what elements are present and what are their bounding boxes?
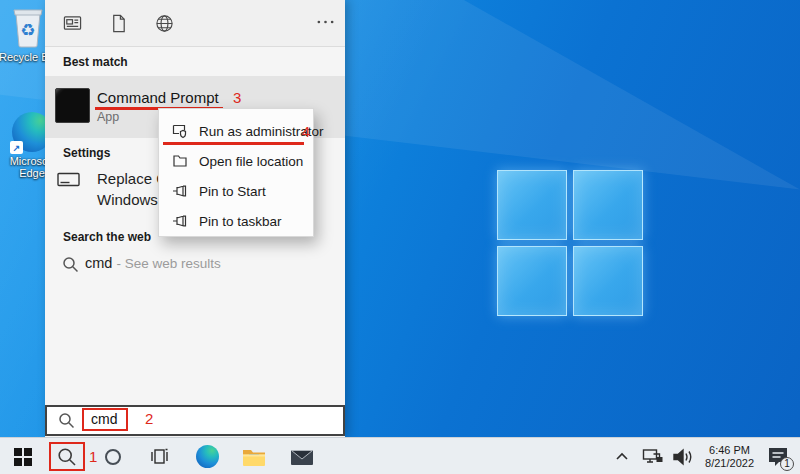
context-menu: Run as administrator 4 Open file locatio… bbox=[158, 108, 314, 237]
best-match-subtitle: App bbox=[97, 110, 119, 124]
pin-icon bbox=[172, 213, 188, 229]
annotation-step-1: 1 bbox=[89, 448, 97, 465]
web-search-query: cmd bbox=[85, 255, 112, 271]
search-input-value: cmd bbox=[82, 408, 128, 431]
windows-logo-pane bbox=[497, 170, 567, 240]
command-prompt-icon bbox=[55, 88, 90, 123]
clock-date: 8/21/2022 bbox=[705, 457, 754, 470]
annotation-step-3: 3 bbox=[233, 89, 241, 106]
start-button[interactable] bbox=[8, 438, 38, 474]
system-tray: 6:46 PM 8/21/2022 1 bbox=[607, 438, 800, 474]
wallpaper-windows-logo bbox=[497, 170, 643, 316]
menu-item-pin-to-taskbar[interactable]: Pin to taskbar bbox=[159, 206, 313, 236]
search-input[interactable]: cmd 2 bbox=[45, 405, 345, 436]
best-match-title: Command Prompt bbox=[97, 89, 219, 106]
annotation-step-4: 4 bbox=[302, 123, 310, 140]
web-tab-icon[interactable] bbox=[155, 14, 174, 33]
svg-text:♻: ♻ bbox=[20, 21, 35, 40]
file-explorer-icon bbox=[242, 447, 266, 467]
chevron-up-icon[interactable] bbox=[612, 447, 632, 467]
mail-button[interactable] bbox=[286, 438, 318, 474]
apps-tab-icon[interactable] bbox=[63, 14, 82, 33]
best-match-header: Best match bbox=[63, 55, 128, 69]
mail-icon bbox=[290, 448, 314, 466]
web-search-result[interactable]: cmd - See web results bbox=[45, 252, 345, 280]
task-view-button[interactable] bbox=[144, 438, 174, 474]
menu-item-label: Pin to Start bbox=[199, 184, 266, 199]
windows-logo-pane bbox=[497, 246, 567, 316]
run-as-admin-icon bbox=[172, 123, 188, 139]
search-icon bbox=[62, 256, 79, 273]
file-location-icon bbox=[172, 153, 188, 169]
action-center-button[interactable]: 1 bbox=[766, 445, 790, 469]
edge-icon bbox=[196, 445, 219, 468]
annotation-step-2: 2 bbox=[145, 410, 153, 427]
clock-time: 6:46 PM bbox=[705, 444, 754, 457]
menu-item-label: Open file location bbox=[199, 154, 303, 169]
menu-item-pin-to-start[interactable]: Pin to Start bbox=[159, 176, 313, 206]
menu-item-label: Pin to taskbar bbox=[199, 214, 282, 229]
search-icon bbox=[58, 412, 75, 429]
shortcut-arrow-icon: ↗ bbox=[10, 141, 23, 154]
windows-logo-pane bbox=[573, 170, 643, 240]
taskbar-edge-button[interactable] bbox=[192, 438, 222, 474]
taskbar-search-button[interactable] bbox=[49, 442, 85, 471]
console-setting-icon bbox=[57, 172, 81, 188]
task-view-icon bbox=[148, 447, 170, 467]
network-icon[interactable] bbox=[642, 447, 662, 467]
cortana-icon bbox=[105, 449, 121, 465]
windows-logo-pane bbox=[573, 246, 643, 316]
desktop: ♻ Recycle Bin ↗ Microsoft Edge bbox=[0, 0, 800, 474]
volume-icon[interactable] bbox=[672, 447, 692, 467]
annotation-underline-4 bbox=[163, 142, 304, 145]
menu-item-run-as-administrator[interactable]: Run as administrator 4 bbox=[159, 116, 313, 146]
notification-badge: 1 bbox=[780, 457, 794, 471]
menu-item-open-file-location[interactable]: Open file location bbox=[159, 146, 313, 176]
file-explorer-button[interactable] bbox=[238, 438, 270, 474]
start-icon bbox=[14, 448, 32, 466]
settings-header: Settings bbox=[63, 146, 110, 160]
taskbar: 1 bbox=[0, 437, 800, 474]
ellipsis-icon[interactable] bbox=[316, 18, 335, 37]
search-icon bbox=[57, 447, 77, 467]
search-the-web-header: Search the web bbox=[63, 230, 151, 244]
pin-icon bbox=[172, 183, 188, 199]
web-search-suffix: - See web results bbox=[116, 256, 220, 271]
search-filter-bar bbox=[45, 0, 345, 47]
cortana-button[interactable] bbox=[98, 438, 128, 474]
taskbar-clock[interactable]: 6:46 PM 8/21/2022 bbox=[705, 444, 754, 470]
documents-tab-icon[interactable] bbox=[109, 14, 128, 33]
